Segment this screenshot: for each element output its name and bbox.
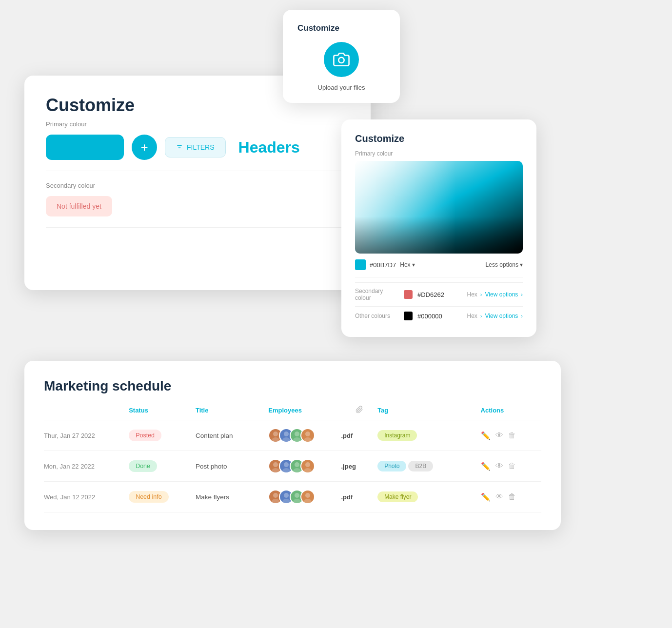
row-file: .pdf [341, 482, 378, 512]
chevron-right-other: › [480, 313, 482, 319]
cp-secondary-view-options[interactable]: View options [485, 291, 518, 298]
row-date: Mon, Jan 22 2022 [44, 451, 129, 482]
svg-point-9 [293, 437, 301, 442]
tag-badge: Instagram [377, 430, 417, 441]
cp-other-label: Other colours [355, 313, 399, 319]
divider-1 [46, 171, 349, 171]
avatar-group [268, 459, 341, 473]
edit-icon[interactable]: ✏️ [481, 431, 491, 440]
svg-point-8 [295, 432, 299, 436]
tag-badge: B2B [408, 461, 433, 471]
svg-point-17 [293, 468, 301, 472]
row-employees [268, 451, 341, 482]
upload-card: Customize Upload your files [283, 10, 400, 103]
row-tags: Make flyer [377, 482, 480, 512]
row-date: Thur, Jan 27 2022 [44, 420, 129, 451]
avatar [300, 490, 315, 504]
view-icon[interactable]: 👁 [495, 462, 503, 471]
gradient-overlay-black [355, 161, 523, 254]
upload-icon-circle[interactable] [324, 42, 359, 77]
svg-point-4 [273, 432, 278, 436]
chevron-right-secondary: › [480, 292, 482, 297]
svg-point-25 [293, 499, 301, 503]
cp-secondary-row: Secondary colour #DD6262 Hex › View opti… [355, 282, 523, 306]
chevron-down-icon: ▾ [412, 261, 415, 268]
col-date-header [44, 406, 129, 420]
cp-secondary-hex-btn[interactable]: Hex [467, 291, 477, 298]
cp-other-swatch [404, 312, 413, 320]
plus-button[interactable]: + [132, 135, 157, 160]
chevron-right-secondary2: › [521, 292, 523, 297]
svg-point-19 [304, 468, 312, 472]
upload-label: Upload your files [297, 84, 385, 91]
status-badge: Need info [129, 491, 169, 503]
svg-point-18 [305, 462, 310, 467]
svg-point-10 [305, 432, 310, 436]
cp-controls: #00B7D7 Hex ▾ Less options ▾ [355, 259, 523, 270]
upload-card-title: Customize [297, 23, 385, 33]
delete-icon[interactable]: 🗑 [508, 431, 516, 440]
cp-other-hex-btn[interactable]: Hex [467, 313, 477, 319]
svg-point-23 [282, 499, 290, 503]
svg-point-6 [284, 432, 289, 436]
row-status: Done [129, 451, 196, 482]
row-employees [268, 482, 341, 512]
primary-color-rect[interactable] [46, 135, 124, 160]
col-attach-header [341, 406, 378, 420]
not-fulfilled-button[interactable]: Not fulfilled yet [46, 196, 112, 216]
row-title: Post photo [196, 451, 268, 482]
svg-point-26 [305, 493, 310, 498]
tag-badge: Make flyer [377, 491, 418, 502]
chevron-right-other2: › [521, 313, 523, 319]
actions-cell: ✏️👁🗑 [481, 462, 541, 471]
cp-less-options-button[interactable]: Less options ▾ [486, 261, 523, 268]
row-file: .pdf [341, 420, 378, 451]
view-icon[interactable]: 👁 [495, 492, 503, 501]
col-employees-header[interactable]: Employees [268, 406, 341, 420]
cp-divider-1 [355, 277, 523, 277]
row-tags: Instagram [377, 420, 480, 451]
row-actions: ✏️👁🗑 [481, 420, 541, 451]
color-gradient-box[interactable] [355, 161, 523, 254]
edit-icon[interactable]: ✏️ [481, 492, 491, 502]
col-title-header[interactable]: Title [196, 406, 268, 420]
row-actions: ✏️👁🗑 [481, 451, 541, 482]
cp-secondary-swatch [404, 290, 413, 299]
cp-other-view-options[interactable]: View options [485, 313, 518, 319]
secondary-colour-label: Secondary colour [46, 182, 349, 189]
svg-point-5 [272, 437, 279, 442]
marketing-table-wrap: Status Title Employees Tag Actions Thur,… [44, 406, 541, 512]
avatar-group [268, 428, 341, 443]
marketing-schedule-card: Marketing schedule Status Title Employee… [24, 361, 561, 530]
headers-text: Headers [238, 138, 300, 157]
svg-point-14 [284, 462, 289, 467]
delete-icon[interactable]: 🗑 [508, 462, 516, 471]
status-badge: Posted [129, 430, 161, 441]
cp-secondary-hex: #DD6262 [417, 291, 444, 298]
cp-other-actions: Hex › View options › [467, 313, 523, 319]
row-title: Content plan [196, 420, 268, 451]
filters-button[interactable]: FILTERS [165, 137, 226, 157]
row-status: Posted [129, 420, 196, 451]
delete-icon[interactable]: 🗑 [508, 492, 516, 501]
edit-icon[interactable]: ✏️ [481, 462, 491, 471]
cp-primary-swatch [355, 259, 366, 270]
cp-secondary-actions: Hex › View options › [467, 291, 523, 298]
customize-main-card: Customize Primary colour + FILTERS Heade… [24, 76, 371, 290]
svg-point-0 [338, 58, 344, 63]
marketing-title: Marketing schedule [44, 378, 541, 394]
table-row: Thur, Jan 27 2022PostedContent plan.pdfI… [44, 420, 541, 451]
color-picker-title: Customize [355, 133, 523, 144]
row-actions: ✏️👁🗑 [481, 482, 541, 512]
view-icon[interactable]: 👁 [495, 431, 503, 440]
svg-point-12 [273, 462, 278, 467]
table-row: Mon, Jan 22 2022DonePost photo.jpegPhoto… [44, 451, 541, 482]
cp-hex-dropdown[interactable]: Hex ▾ [400, 261, 415, 268]
col-tag-header[interactable]: Tag [377, 406, 480, 420]
actions-cell: ✏️👁🗑 [481, 431, 541, 440]
paperclip-icon [356, 406, 363, 413]
filters-label: FILTERS [187, 143, 215, 151]
row-tags: PhotoB2B [377, 451, 480, 482]
col-status-header[interactable]: Status [129, 406, 196, 420]
filters-icon [176, 144, 183, 151]
